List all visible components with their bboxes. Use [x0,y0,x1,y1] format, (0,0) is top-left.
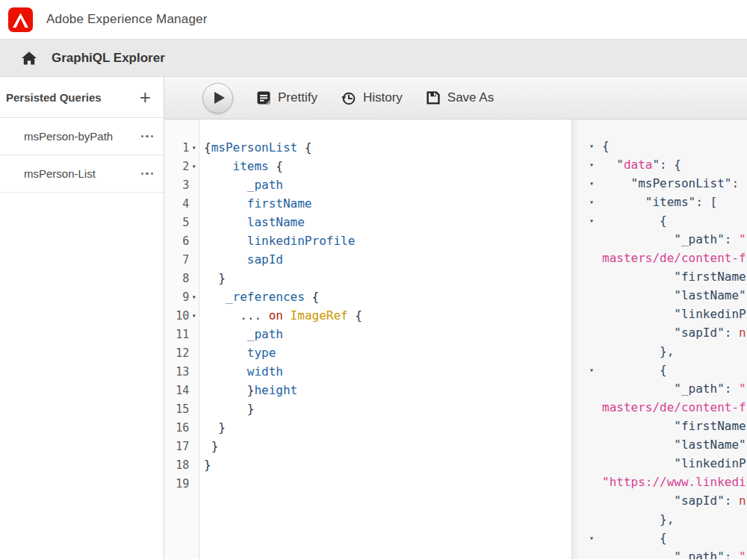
result-line: masters/de/content-fra [579,398,747,417]
fold-spacer [579,510,602,529]
result-line: "firstName": " [579,417,747,435]
result-line: masters/de/content-fra [579,249,747,267]
gutter-row: 18 [164,455,199,474]
fold-arrow-icon[interactable]: ▾ [579,529,602,547]
prettify-button[interactable]: Prettify [256,90,317,105]
result-text: "items": [ [602,193,717,211]
gutter-row: 11 [164,325,199,343]
result-line: "linkedinProfile": [579,454,747,473]
persisted-queries-title: Persisted Queries [6,91,137,104]
gutter-row: 4 [164,194,199,213]
fold-spacer [579,398,602,417]
fold-arrow-icon[interactable]: ▾ [579,137,602,155]
fold-arrow-icon[interactable]: ▾ [189,143,199,152]
fold-arrow-icon[interactable]: ▾ [579,193,602,211]
top-bar: Adobe Experience Manager [0,0,747,40]
execute-query-button[interactable] [202,83,233,113]
persisted-queries-panel: Persisted Queries + msPerson-byPath msPe… [0,77,164,559]
code-line: type [204,343,571,362]
gutter-row: 16 [164,418,199,437]
gutter-row: 19 [164,474,199,493]
graphiql-explorer-app: Adobe Experience Manager GraphiQL Explor… [0,0,747,560]
result-text: { [602,137,610,155]
fold-arrow-icon[interactable]: ▾ [189,311,199,320]
fold-arrow-icon[interactable]: ▾ [189,162,199,170]
code-line: linkedinProfile [204,231,571,250]
fold-spacer [579,435,602,454]
result-line: "sapId": null, [579,323,747,342]
prettify-icon [256,90,271,105]
history-label: History [363,90,403,105]
line-number: 5 [164,216,189,229]
result-line: "https://www.linkedin [579,473,747,491]
result-text: { [602,529,667,547]
query-item-label: msPerson-List [24,167,140,180]
result-line: "linkedinProfile": [579,305,747,323]
fold-arrow-icon[interactable]: ▾ [579,361,602,379]
line-number: 14 [164,384,189,397]
fold-arrow-icon[interactable]: ▾ [189,293,199,301]
gutter-row: 2▾ [164,157,199,175]
result-text: "firstName": " [602,417,747,435]
line-number: 19 [164,477,189,491]
save-as-icon [426,90,441,105]
pane-splitter[interactable] [571,119,579,559]
result-text: { [602,211,667,230]
result-text: "linkedinProfile": [602,454,747,473]
result-line: ▾{ [579,137,747,155]
add-query-button[interactable]: + [137,90,153,105]
gutter-row: 15 [164,399,199,418]
fold-spacer [579,454,602,473]
code-line: lastName [204,213,571,231]
sidebar-item-msperson-list[interactable]: msPerson-List [0,155,164,193]
result-text: masters/de/content-fra [602,398,747,417]
gutter-row: 10▾ [164,306,199,325]
result-line: ▾ { [579,361,747,379]
fold-spacer [579,473,602,491]
fold-spacer [579,267,602,286]
result-line: ▾ "data": { [579,155,747,174]
code-line [204,474,571,493]
code-line: _references { [204,287,571,306]
result-line: }, [579,342,747,361]
fold-spacer [579,249,602,267]
result-line: ▾ "items": [ [579,193,747,211]
save-as-button[interactable]: Save As [426,90,494,105]
result-text: "https://www.linkedin [602,473,747,491]
code-line: } [204,418,571,437]
fold-arrow-icon[interactable]: ▾ [579,211,602,230]
query-editor[interactable]: {msPersonList { items { _path firstName … [199,119,571,559]
code-line: {msPersonList { [204,138,571,157]
ellipsis-icon[interactable] [140,131,155,143]
result-line: "lastName": " [579,435,747,454]
page-title: GraphiQL Explorer [52,51,165,66]
sidebar-item-msperson-bypath[interactable]: msPerson-byPath [0,118,164,155]
result-line: ▾ { [579,211,747,230]
fold-spacer [579,305,602,323]
query-toolbar: Prettify History [164,77,747,119]
ellipsis-icon[interactable] [140,168,155,180]
code-line: sapId [204,250,571,269]
code-line: }height [204,381,571,399]
gutter-row: 9▾ [164,287,199,306]
fold-arrow-icon[interactable]: ▾ [579,174,602,193]
result-line: "firstName": " [579,267,747,286]
code-line: } [204,269,571,287]
line-number: 4 [164,197,189,211]
line-number: 10 [164,309,189,323]
result-text: { [602,361,667,379]
fold-arrow-icon[interactable]: ▾ [579,155,602,174]
line-number-gutter: 1▾2▾3456789▾10▾111213141516171819 [164,119,199,559]
result-text: }, [602,342,674,361]
line-number: 11 [164,328,189,341]
result-text: masters/de/content-fra [602,249,747,267]
result-text: "msPersonList": { [602,174,747,193]
result-text: "lastName": " [602,286,747,305]
code-line: ... on ImageRef { [204,306,571,325]
home-icon[interactable] [21,51,37,66]
code-line: width [204,362,571,381]
gutter-row: 6 [164,231,199,250]
history-button[interactable]: History [341,90,403,106]
code-line: _path [204,175,571,194]
line-number: 12 [164,346,189,360]
